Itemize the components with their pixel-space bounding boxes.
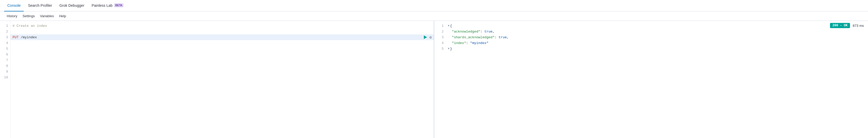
tab-painless-lab[interactable]: Painless Lab BETA xyxy=(89,0,127,11)
line-num-7: 7 xyxy=(0,57,10,63)
output-line-numbers: 1 2 3 4 5 xyxy=(434,21,446,138)
editor-pane: 1 2 3 4 5 6 7 8 9 10 # Create an index P… xyxy=(0,21,434,138)
settings-button[interactable]: Settings xyxy=(20,11,37,21)
output-pane: 200 – OK 873 ms 1 2 3 4 5 ▼ { "acknowled… xyxy=(434,21,868,138)
help-button[interactable]: Help xyxy=(57,11,69,21)
output-line-1: ▼ { xyxy=(446,23,868,29)
history-button[interactable]: History xyxy=(4,11,20,21)
tab-console[interactable]: Console xyxy=(4,0,24,11)
response-time: 873 ms xyxy=(852,24,864,28)
main-area: 1 2 3 4 5 6 7 8 9 10 # Create an index P… xyxy=(0,21,868,138)
code-line-6 xyxy=(10,51,434,57)
line-num-4: 4 xyxy=(0,40,10,46)
fold-marker-5[interactable]: ▼ xyxy=(448,47,450,50)
output-line-4: "index": "myindex" xyxy=(446,40,868,46)
output-line-2: "acknowledged": true, xyxy=(446,29,868,34)
output-line-num-5: 5 xyxy=(434,46,446,51)
tab-grok-debugger[interactable]: Grok Debugger xyxy=(56,0,88,11)
output-line-num-3: 3 xyxy=(434,34,446,40)
line-num-5: 5 xyxy=(0,46,10,51)
output-line-5: ▼ } xyxy=(446,46,868,51)
code-lines[interactable]: # Create an index PUT /myindex ⚙ xyxy=(10,21,434,138)
code-line-8 xyxy=(10,63,434,69)
line-num-8: 8 xyxy=(0,63,10,69)
status-badge: 200 – OK xyxy=(830,23,850,28)
code-line-9 xyxy=(10,69,434,74)
code-line-1: # Create an index xyxy=(10,23,434,29)
line-num-3: 3 xyxy=(0,34,10,40)
output-line-3: "shards_acknowledged": true, xyxy=(446,34,868,40)
line-num-6: 6 xyxy=(0,51,10,57)
top-nav: Console Search Profiler Grok Debugger Pa… xyxy=(0,0,868,11)
fold-marker-1[interactable]: ▼ xyxy=(448,24,450,27)
code-line-4 xyxy=(10,40,434,46)
line-num-1: 1 xyxy=(0,23,10,29)
output-line-num-4: 4 xyxy=(434,40,446,46)
run-icon xyxy=(424,35,427,39)
output-line-num-2: 2 xyxy=(434,29,446,34)
secondary-toolbar: History Settings Variables Help xyxy=(0,11,868,21)
code-line-10 xyxy=(10,74,434,80)
output-line-num-1: 1 xyxy=(434,23,446,29)
output-content: 1 2 3 4 5 ▼ { "acknowledged": true, "sha… xyxy=(434,21,868,138)
line-num-2: 2 xyxy=(0,29,10,34)
code-line-3: PUT /myindex ⚙ xyxy=(10,34,434,40)
line-num-9: 9 xyxy=(0,69,10,74)
wrench-icon[interactable]: ⚙ xyxy=(430,35,432,40)
line-numbers: 1 2 3 4 5 6 7 8 9 10 xyxy=(0,21,10,138)
output-code-lines: ▼ { "acknowledged": true, "shards_acknow… xyxy=(446,21,868,138)
variables-button[interactable]: Variables xyxy=(37,11,56,21)
tab-search-profiler[interactable]: Search Profiler xyxy=(25,0,55,11)
code-line-2 xyxy=(10,29,434,34)
code-line-7 xyxy=(10,57,434,63)
code-line-5 xyxy=(10,46,434,51)
run-button[interactable] xyxy=(423,35,428,40)
beta-badge: BETA xyxy=(114,3,123,7)
line-num-10: 10 xyxy=(0,74,10,80)
